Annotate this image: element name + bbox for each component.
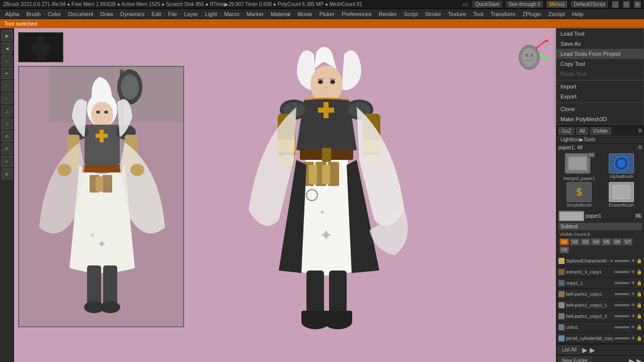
left-tool-7[interactable]: △ — [2, 106, 13, 117]
menu-item-layer[interactable]: Layer — [181, 10, 201, 18]
menu-item-zplugin[interactable]: ZPlugin — [520, 10, 544, 18]
menus-btn[interactable]: Menus — [547, 1, 567, 8]
subtool-item-belt3[interactable]: belt-parts1_copy2_2 👁 🔒 — [556, 311, 644, 322]
3d-viewport[interactable]: ✦ ✦ — [190, 28, 468, 362]
paste-tool-item[interactable]: Paste Tool — [556, 69, 643, 79]
subtool-slider-cylinder[interactable] — [614, 337, 629, 339]
load-tool-item[interactable]: Load Tool — [556, 29, 643, 39]
subtool-lock-hair10[interactable]: 🔒 — [636, 258, 642, 263]
subtool-lock-belt2[interactable]: 🔒 — [636, 303, 642, 308]
brush-item-alphabrush[interactable]: AlphaBrush — [601, 153, 642, 181]
subtool-item-cylinder[interactable]: pm3d_cylinder3dt_copy1 👁 🔒 — [556, 333, 644, 344]
list-arrow-btn[interactable]: ▶ — [582, 346, 588, 354]
menu-item-render[interactable]: Render — [376, 10, 400, 18]
subtool-lock-copy1[interactable]: 🔒 — [636, 281, 642, 286]
canvas-area[interactable]: ✦ ✦ — [14, 28, 556, 362]
maximize-btn[interactable]: □ — [623, 1, 630, 8]
paper1-r[interactable]: R — [638, 145, 642, 150]
all-btn[interactable]: All — [576, 127, 588, 135]
subtool-eye-extract1[interactable]: 👁 — [631, 269, 635, 275]
subtool-slider-belt3[interactable] — [614, 315, 629, 317]
save-as-item[interactable]: Save As — [556, 39, 643, 49]
subtool-lock-extract1[interactable]: 🔒 — [636, 269, 642, 275]
default-script-btn[interactable]: Default2Script — [571, 1, 608, 8]
menu-item-material[interactable]: Material — [268, 10, 293, 18]
left-tool-12[interactable]: ⊕ — [2, 168, 13, 179]
subtool-item-copy1[interactable]: copy1_1 👁 🔒 — [556, 278, 644, 289]
folder-arrow2-btn[interactable]: ▶ — [636, 357, 642, 363]
left-tool-4[interactable]: ✦ — [2, 68, 13, 79]
left-tool-9[interactable]: ⟲ — [2, 131, 13, 142]
vis-btn-v5[interactable]: V5 — [602, 238, 611, 245]
subtool-slider-hair10[interactable] — [614, 260, 629, 262]
menu-item-document[interactable]: Document — [65, 10, 96, 18]
minimize-btn[interactable]: _ — [612, 1, 619, 8]
close-btn[interactable]: ✕ — [634, 1, 641, 8]
menu-item-transform[interactable]: Transform — [488, 10, 519, 18]
subtool-item-hair10[interactable]: StylizedCharacter90 - Hair10 👁 🔒 — [556, 255, 644, 266]
subtool-slider-copy1[interactable] — [614, 282, 629, 284]
subtool-item-cinto1[interactable]: cinto1 👁 🔒 — [556, 322, 644, 333]
r-label[interactable]: R — [638, 128, 642, 134]
left-tool-5[interactable]: ⬛ — [2, 80, 13, 92]
left-tool-6[interactable]: ○ — [2, 93, 13, 104]
goz-btn[interactable]: GoZ — [558, 127, 574, 135]
seethrough-btn[interactable]: See-through 0 — [506, 1, 543, 8]
vis-btn-v3[interactable]: V3 — [581, 238, 590, 245]
menu-item-help[interactable]: Help — [569, 10, 587, 18]
menu-item-zscript[interactable]: Zscript — [545, 10, 568, 18]
subtool-item-extract1[interactable]: extract1_9_copy1 👁 🔒 — [556, 266, 644, 278]
menu-item-stroke[interactable]: Stroke — [422, 10, 444, 18]
left-tool-10[interactable]: ⟳ — [2, 143, 13, 154]
subtool-slider-belt2[interactable] — [614, 304, 629, 306]
menu-item-alpha[interactable]: Alpha — [2, 10, 22, 18]
subtool-eye-copy1[interactable]: 👁 — [631, 281, 635, 286]
left-tool-11[interactable]: ✂ — [2, 156, 13, 167]
load-tools-from-project-item[interactable]: Load Tools From Project — [556, 49, 643, 59]
subtool-slider-belt1[interactable] — [614, 293, 629, 295]
vis-btn-v7[interactable]: V7 — [623, 238, 632, 245]
thumbnail-preview[interactable] — [18, 32, 63, 62]
subtool-eye-belt2[interactable]: 👁 — [631, 303, 635, 308]
subtool-slider-extract1[interactable] — [614, 271, 629, 273]
list-all-btn[interactable]: List All — [558, 345, 580, 354]
subtool-item-belt1[interactable]: belt-parts1_copy1 👁 🔒 — [556, 289, 644, 300]
subtool-lock-belt1[interactable]: 🔒 — [636, 292, 642, 297]
visible-btn[interactable]: Visible — [590, 127, 611, 135]
menu-item-script[interactable]: Script — [401, 10, 421, 18]
menu-item-macro[interactable]: Macro — [221, 10, 243, 18]
subtool-eye-belt3[interactable]: 👁 — [631, 314, 635, 319]
vis-btn-v8[interactable]: V8 — [559, 246, 569, 253]
menu-item-color[interactable]: Color — [45, 10, 64, 18]
menu-item-file[interactable]: File — [165, 10, 180, 18]
left-tool-2[interactable]: ◀ — [2, 43, 13, 54]
vis-btn-v4[interactable]: V4 — [591, 238, 601, 245]
clone-item[interactable]: Clone — [556, 104, 643, 114]
lightbox-btn[interactable]: Lightbox▶Tools — [558, 136, 597, 143]
menu-item-preferences[interactable]: Preferences — [339, 10, 374, 18]
vis-btn-v2[interactable]: V2 — [570, 238, 580, 245]
subtool-eye-cinto1[interactable]: 👁 — [631, 325, 635, 330]
subtool-item-belt2[interactable]: belt-parts1_copy2_1 👁 🔒 — [556, 300, 644, 311]
menu-item-light[interactable]: Light — [202, 10, 220, 18]
subtool-lock-cinto1[interactable]: 🔒 — [636, 325, 642, 330]
menu-item-draw[interactable]: Draw — [97, 10, 116, 18]
subtool-eye-cylinder[interactable]: 👁 — [631, 336, 635, 341]
vis-btn-v1[interactable]: V1 — [559, 238, 569, 245]
menu-item-tool[interactable]: Tool — [470, 10, 487, 18]
menu-item-edit[interactable]: Edit — [148, 10, 164, 18]
paper1-thumb[interactable] — [558, 211, 584, 221]
quicksave-btn[interactable]: QuickSave — [472, 1, 502, 8]
subtool-eye-hair10[interactable]: 👁 — [631, 258, 635, 263]
folder-arrow-btn[interactable]: ▶ — [629, 357, 634, 363]
menu-item-movie[interactable]: Movie — [294, 10, 315, 18]
export-item[interactable]: Export — [556, 92, 643, 102]
menu-item-marker[interactable]: Marker — [244, 10, 267, 18]
brush-item-simplebrush[interactable]: $ SimpleBrush — [558, 182, 600, 208]
subtool-lock-belt3[interactable]: 🔒 — [636, 314, 642, 319]
subtool-lock-cylinder[interactable]: 🔒 — [636, 336, 642, 341]
brush-item-merged-paper1[interactable]: 81 Merged_paper1 — [558, 153, 600, 181]
brush-item-eraserbrush[interactable]: EraserBrush — [601, 182, 642, 208]
menu-item-picker[interactable]: Picker — [316, 10, 338, 18]
subtool-slider-cinto1[interactable] — [614, 326, 629, 328]
